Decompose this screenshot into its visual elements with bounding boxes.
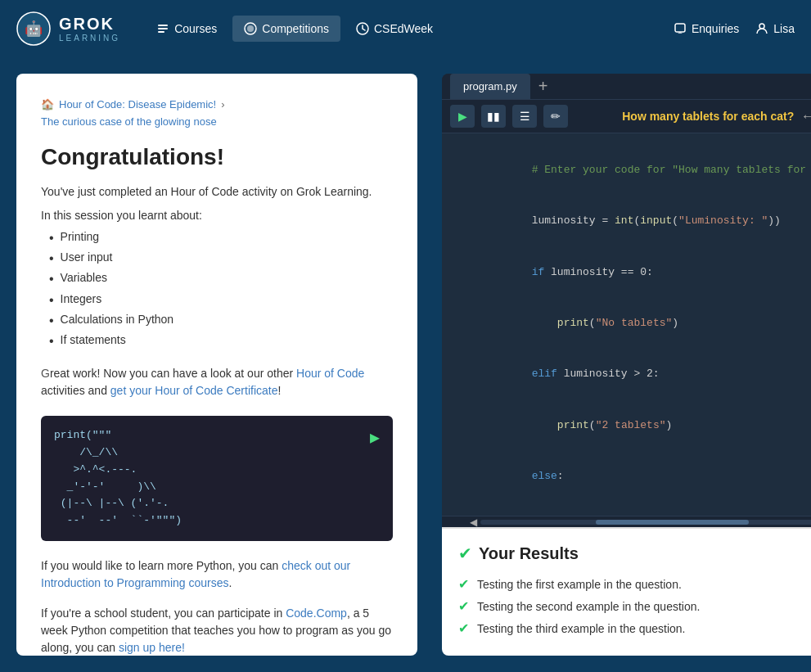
code-line-6: print("2 tablets") [455, 400, 811, 451]
school-student-text: If you're a school student, you can part… [41, 605, 393, 656]
svg-rect-8 [675, 24, 685, 32]
result-text-1: Testing the first example in the questio… [477, 578, 682, 591]
code-line-4: print("No tablets") [455, 298, 811, 349]
nav-enquiries[interactable]: Enquiries [674, 22, 739, 35]
code-line-2: luminosity = int(input("Luminosity: ")) [455, 196, 811, 246]
editor-container: program.py + ▶ ▮▮ ☰ ✏ How many tablets f… [442, 74, 811, 527]
question-nav: How many tablets for each cat? ← [622, 108, 811, 125]
list-item: Calculations in Python [49, 313, 393, 328]
list-item: If statements [49, 333, 393, 349]
question-prev-arrow[interactable]: ← [800, 108, 811, 125]
code-output-block: print(""" /\_/\\ >^.^<.---. _'-'-' )\\ (… [41, 416, 393, 541]
list-item: Integers [49, 292, 393, 308]
results-check-icon: ✔ [458, 543, 472, 563]
breadcrumb: 🏠 Hour of Code: Disease Epidemic! › The … [41, 98, 393, 128]
list-item: Variables [49, 271, 393, 286]
list-item: Printing [49, 230, 393, 246]
right-panel: program.py + ▶ ▮▮ ☰ ✏ How many tablets f… [442, 74, 811, 656]
add-tab-button[interactable]: + [532, 74, 555, 99]
scrollbar-track[interactable] [480, 520, 811, 525]
svg-rect-2 [158, 25, 168, 26]
results-header: ✔ Your Results [458, 542, 811, 565]
nav-csedweek[interactable]: CSEdWeek [345, 16, 444, 42]
toolbar-left: ▶ ▮▮ ☰ ✏ [450, 105, 568, 128]
breadcrumb-parent[interactable]: Hour of Code: Disease Epidemic! [59, 98, 216, 110]
prev-nav-arrow[interactable]: ‹ [25, 345, 49, 386]
courses-icon [156, 22, 169, 35]
result-text-2: Testing the second example in the questi… [477, 600, 700, 613]
run-button[interactable]: ▶ [450, 105, 475, 128]
editor-tab-program-py[interactable]: program.py [450, 74, 530, 99]
left-panel: 🏠 Hour of Code: Disease Epidemic! › The … [16, 74, 417, 656]
nav-right: Enquiries Lisa [674, 22, 795, 35]
hour-of-code-link[interactable]: Hour of Code [296, 367, 364, 380]
more-python-text: If you would like to learn more Python, … [41, 557, 393, 592]
logo-learning: LEARNING [59, 34, 120, 43]
csedweek-icon [356, 22, 369, 35]
logo[interactable]: 🤖 GROK LEARNING [16, 11, 120, 46]
results-panel: ✔ Your Results ✔ Testing the first [442, 527, 811, 656]
result-check-3: ✔ [458, 620, 469, 636]
result-item-2: ✔ Testing the second example in the ques… [458, 598, 811, 614]
list-item: User input [49, 250, 393, 266]
great-work-text: Great work! Now you can have a look at o… [41, 365, 393, 399]
layers-button[interactable]: ☰ [512, 105, 537, 128]
topics-list: Printing User input Variables Integers C… [41, 230, 393, 349]
navbar: 🤖 GROK LEARNING Courses Competitions CSE… [0, 0, 811, 57]
signup-link[interactable]: sign up here! [119, 641, 185, 654]
svg-rect-4 [158, 31, 164, 33]
certificate-link[interactable]: get your Hour of Code Certificate [110, 384, 278, 397]
user-icon [755, 22, 768, 35]
nav-links: Courses Competitions CSEdWeek [145, 16, 674, 42]
breadcrumb-current: The curious case of the glowing nose [41, 115, 217, 128]
content-wrapper: ‹ 🏠 Hour of Code: Disease Epidemic! › Th… [16, 74, 811, 656]
results-title-area: ✔ Your Results [458, 543, 579, 563]
code-line-7: else: [455, 451, 811, 502]
svg-text:🤖: 🤖 [25, 20, 43, 38]
result-text-3: Testing the third example in the questio… [477, 622, 686, 635]
edit-button[interactable]: ✏ [543, 105, 568, 128]
scroll-left[interactable]: ◀ [466, 516, 480, 528]
svg-rect-3 [158, 28, 168, 29]
intro-paragraph-1: You've just completed an Hour of Code ac… [41, 183, 393, 201]
home-icon: 🏠 [41, 98, 54, 110]
competitions-icon [244, 22, 257, 35]
logo-text: GROK LEARNING [59, 15, 120, 43]
page-title: Congratulations! [41, 144, 393, 170]
code-line-3: if luminosity == 0: [455, 247, 811, 298]
result-item-1: ✔ Testing the first example in the quest… [458, 576, 811, 592]
editor-tabs: program.py + [442, 74, 811, 100]
code-output-text: print(""" /\_/\\ >^.^<.---. _'-'-' )\\ (… [54, 427, 182, 530]
logo-grok: GROK [59, 15, 120, 34]
grok-logo-icon: 🤖 [16, 11, 51, 46]
main-content: ‹ 🏠 Hour of Code: Disease Epidemic! › Th… [0, 57, 811, 672]
result-check-2: ✔ [458, 598, 469, 614]
svg-point-9 [759, 24, 764, 29]
stop-button[interactable]: ▮▮ [481, 105, 506, 128]
result-item-3: ✔ Testing the third example in the quest… [458, 620, 811, 636]
nav-user[interactable]: Lisa [755, 22, 795, 35]
svg-point-6 [247, 25, 254, 32]
results-title: Your Results [479, 544, 579, 563]
session-label: In this session you learnt about: [41, 209, 393, 222]
run-code-button[interactable]: ▶ [370, 427, 380, 448]
nav-courses[interactable]: Courses [145, 16, 228, 42]
code-line-8: print("1 tablet") [455, 503, 811, 516]
code-line-5: elif luminosity > 2: [455, 350, 811, 400]
code-line-1: # Enter your code for "How many tablets … [455, 145, 811, 196]
question-label: How many tablets for each cat? [622, 110, 794, 123]
code-editor[interactable]: # Enter your code for "How many tablets … [442, 133, 811, 516]
nav-competitions[interactable]: Competitions [232, 16, 340, 42]
scrollbar-thumb [596, 520, 749, 525]
enquiries-icon [674, 22, 687, 35]
breadcrumb-separator: › [221, 98, 224, 110]
result-check-1: ✔ [458, 576, 469, 592]
codecomp-link[interactable]: Code.Comp [286, 607, 347, 620]
editor-scrollbar: ◀ ▶ [442, 516, 811, 527]
editor-toolbar: ▶ ▮▮ ☰ ✏ How many tablets for each cat? … [442, 100, 811, 133]
